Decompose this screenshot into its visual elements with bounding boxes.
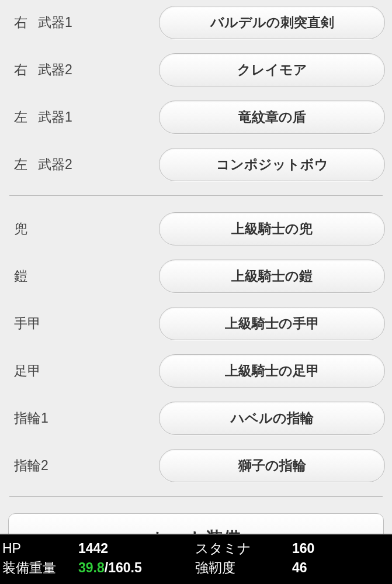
slot-left-weapon-2: 左武器2 コンポジットボウ xyxy=(7,148,385,181)
hp-value: 1442 xyxy=(78,541,195,557)
status-bar: HP 1442 スタミナ 160 装備重量 39.8/160.5 強靭度 46 xyxy=(0,534,392,584)
slot-label: 指輪2 xyxy=(7,457,159,475)
equip-weight-label: 装備重量 xyxy=(2,559,78,577)
slot-label: 鎧 xyxy=(7,267,159,285)
slot-leggings: 足甲 上級騎士の足甲 xyxy=(7,354,385,388)
stamina-value: 160 xyxy=(292,541,390,557)
slot-label: 左武器1 xyxy=(7,108,159,126)
left-weapon-1-button[interactable]: 竜紋章の盾 xyxy=(159,101,385,134)
slot-left-weapon-1: 左武器1 竜紋章の盾 xyxy=(7,101,385,134)
slot-label: 兜 xyxy=(7,220,159,238)
poise-label: 強靭度 xyxy=(195,559,292,577)
leggings-button[interactable]: 上級騎士の足甲 xyxy=(159,354,385,388)
stamina-label: スタミナ xyxy=(195,540,292,558)
slot-right-weapon-2: 右武器2 クレイモア xyxy=(7,53,385,87)
hp-label: HP xyxy=(2,541,78,557)
armor-button[interactable]: 上級騎士の鎧 xyxy=(159,260,385,293)
right-weapon-2-button[interactable]: クレイモア xyxy=(159,53,385,87)
right-weapon-1-button[interactable]: バルデルの刺突直剣 xyxy=(159,6,385,39)
status-row-1: HP 1442 スタミナ 160 xyxy=(2,540,390,558)
left-weapon-2-button[interactable]: コンポジットボウ xyxy=(159,148,385,181)
poise-value: 46 xyxy=(292,560,390,576)
ring-2-button[interactable]: 獅子の指輪 xyxy=(159,449,385,482)
slot-ring-2: 指輪2 獅子の指輪 xyxy=(7,449,385,482)
slot-label: 左武器2 xyxy=(7,155,159,174)
slot-helm: 兜 上級騎士の兜 xyxy=(7,212,385,246)
ring-1-button[interactable]: ハベルの指輪 xyxy=(159,402,385,435)
slot-label: 手甲 xyxy=(7,315,159,333)
helm-button[interactable]: 上級騎士の兜 xyxy=(159,212,385,246)
equip-weight-value: 39.8/160.5 xyxy=(78,560,195,576)
slot-label: 右武器2 xyxy=(7,61,159,79)
slot-right-weapon-1: 右武器1 バルデルの刺突直剣 xyxy=(7,6,385,39)
slot-gauntlets: 手甲 上級騎士の手甲 xyxy=(7,307,385,340)
slot-label: 足甲 xyxy=(7,362,159,380)
status-row-2: 装備重量 39.8/160.5 強靭度 46 xyxy=(2,559,390,577)
divider xyxy=(9,496,383,497)
slot-label: 右武器1 xyxy=(7,13,159,32)
slot-armor: 鎧 上級騎士の鎧 xyxy=(7,260,385,293)
slot-label: 指輪1 xyxy=(7,409,159,427)
slot-ring-1: 指輪1 ハベルの指輪 xyxy=(7,402,385,435)
gauntlets-button[interactable]: 上級騎士の手甲 xyxy=(159,307,385,340)
divider xyxy=(9,195,383,196)
